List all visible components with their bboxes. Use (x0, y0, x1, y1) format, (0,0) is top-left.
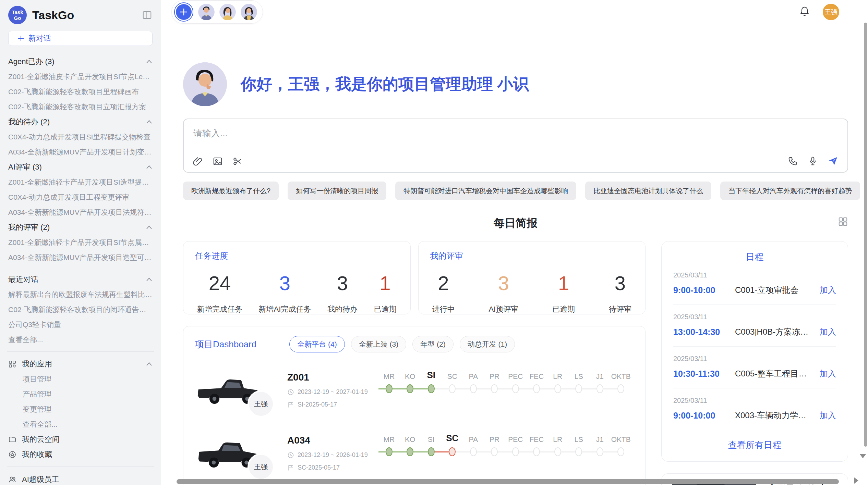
suggestion-chip[interactable]: 如何写一份清晰的项目周报 (288, 182, 386, 200)
milestone[interactable]: SI (421, 429, 442, 458)
sidebar-item[interactable]: 解释最新出台的欧盟报废车法规再生塑料比例被调至15%... (8, 290, 153, 299)
user-avatar[interactable]: 王强 (823, 4, 839, 20)
join-button[interactable]: 加入 (820, 368, 836, 379)
sidebar-item-ai-super-staff[interactable]: AI超级员工 (8, 475, 153, 484)
suggestion-chip[interactable]: 比亚迪全固态电池计划具体说了什么 (585, 182, 711, 200)
agent-avatar-1[interactable] (198, 4, 215, 20)
sidebar-item-favorites[interactable]: 我的收藏 (8, 450, 153, 459)
milestone[interactable]: LR (547, 429, 568, 458)
sidebar-item[interactable]: C02-飞腾新能源轻客改款项目立项汇报方案 (8, 103, 153, 111)
image-icon[interactable] (213, 156, 223, 166)
milestone[interactable]: PA (463, 429, 484, 458)
app-item-product-mgmt[interactable]: 产品管理 (8, 390, 153, 398)
project-row[interactable]: 王强 Z001 2023-12-19 ~ 2027-01-19 (195, 365, 634, 415)
chat-input[interactable] (193, 128, 658, 139)
section-ai-review[interactable]: AI评审 (3) (8, 163, 153, 171)
microphone-icon[interactable] (808, 156, 818, 166)
milestone[interactable]: OKTB (611, 366, 632, 395)
agent-avatar-3[interactable] (241, 4, 257, 20)
milestone[interactable]: PA (463, 366, 484, 395)
sidebar-item[interactable]: Z001-全新燃油皮卡产品开发项目SI节点Lesson Learn报告 (8, 73, 153, 81)
filter-pill[interactable]: 动总开发 (1) (460, 336, 515, 352)
milestone[interactable]: LS (568, 366, 590, 395)
filter-pill[interactable]: 全新平台 (4) (289, 336, 345, 352)
sidebar-item[interactable]: A034-全新新能源MUV产品开发项目计划变更表编写 (8, 148, 153, 156)
chevron-up-icon[interactable] (146, 120, 153, 124)
milestone-dot (428, 384, 435, 393)
topbar-right: 王强 (799, 4, 839, 20)
collapse-sidebar-icon[interactable] (142, 10, 153, 20)
attachment-icon[interactable] (193, 156, 203, 166)
section-recent-chats[interactable]: 最近对话 (8, 275, 153, 284)
event-name: C001-立项审批会 (735, 285, 813, 296)
section-agent-done[interactable]: Agent已办 (3) (8, 58, 153, 66)
scroll-right-arrow[interactable] (854, 477, 858, 484)
milestone[interactable]: PR (484, 366, 505, 395)
app-item-project-mgmt[interactable]: 项目管理 (8, 375, 153, 383)
milestone[interactable]: SC (442, 429, 463, 458)
join-button[interactable]: 加入 (820, 326, 836, 337)
milestone[interactable]: MR (378, 429, 400, 458)
suggestion-chip[interactable]: 特朗普可能对进口汽车增税会对中国车企造成哪些影响 (395, 182, 576, 200)
milestone[interactable]: FEC (526, 366, 547, 395)
chevron-up-icon[interactable] (146, 59, 153, 64)
project-row[interactable]: 王强 A034 2023-12-19 ~ 2026-01-19 (195, 428, 634, 478)
add-agent-button[interactable] (174, 2, 193, 22)
filter-pill[interactable]: 年型 (2) (412, 336, 454, 352)
layout-grid-icon[interactable] (838, 216, 848, 228)
sidebar-item[interactable]: C02-飞腾新能源轻客改款项目里程碑画布 (8, 88, 153, 96)
sidebar-item-cloud-space[interactable]: 我的云空间 (8, 435, 153, 444)
chevron-up-icon[interactable] (146, 277, 153, 282)
section-my-todo[interactable]: 我的待办 (2) (8, 118, 153, 126)
milestone[interactable]: OKTB (611, 429, 632, 458)
horizontal-scrollbar-thumb[interactable] (177, 479, 839, 484)
sidebar-item[interactable]: C0X4-动力总成开发项目SI里程碑提交物检查 (8, 133, 153, 141)
sidebar-item[interactable]: A034-全新新能源MUV产品开发项目法规符合性评审 (8, 208, 153, 216)
phone-icon[interactable] (788, 156, 798, 166)
milestone-label: LR (553, 366, 562, 381)
milestone[interactable]: KO (400, 366, 421, 395)
milestone[interactable]: LS (568, 429, 590, 458)
sidebar-item-my-apps[interactable]: 我的应用 (8, 360, 153, 368)
chevron-up-icon[interactable] (146, 362, 153, 366)
view-all-schedule-link[interactable]: 查看所有日程 (673, 439, 836, 451)
scroll-down-arrow[interactable] (860, 454, 866, 458)
sidebar-item[interactable]: Z001-全新燃油轻卡产品开发项目SI造型提交物评审 (8, 178, 153, 186)
milestone-label: LS (574, 429, 583, 444)
sidebar-item[interactable]: C02-飞腾新能源轻客改款项目的闭环通告反馈情况 (8, 306, 153, 314)
milestone[interactable]: KO (400, 429, 421, 458)
sidebar-item[interactable]: Z001-全新燃油轻卡产品开发项目SI节点属性5D文件评审 (8, 238, 153, 247)
milestone[interactable]: SI (421, 366, 442, 395)
milestone[interactable]: J1 (589, 429, 611, 458)
milestone[interactable]: SC (442, 366, 463, 395)
sidebar-item[interactable]: A034-全新新能源MUV产品开发项目造型可行性评审 (8, 253, 153, 262)
filter-pill[interactable]: 全新上装 (3) (351, 336, 407, 352)
view-all-chats[interactable]: 查看全部... (8, 336, 153, 344)
milestone[interactable]: MR (378, 366, 400, 395)
suggestion-chip[interactable]: 当下年轻人对汽车外观有怎样的喜好趋势 (720, 182, 860, 200)
vertical-scrollbar-thumb[interactable] (864, 23, 867, 447)
milestone[interactable]: LR (547, 366, 568, 395)
sidebar-item[interactable]: C0X4-动力总成开发项目工程变更评审 (8, 193, 153, 201)
section-my-review[interactable]: 我的评审 (2) (8, 223, 153, 232)
milestone[interactable]: PR (484, 429, 505, 458)
milestone[interactable]: FEC (526, 429, 547, 458)
join-button[interactable]: 加入 (820, 410, 836, 421)
agent-avatar-2[interactable] (219, 4, 236, 20)
new-chat-button[interactable]: 新对话 (8, 31, 153, 46)
chevron-up-icon[interactable] (146, 225, 153, 230)
project-info: A034 2023-12-19 ~ 2026-01-19 SC-2 (287, 435, 374, 471)
join-button[interactable]: 加入 (820, 285, 836, 296)
send-icon[interactable] (828, 156, 839, 166)
suggestion-chip[interactable]: 欧洲新规最近颁布了什么? (183, 182, 279, 200)
chevron-up-icon[interactable] (146, 165, 153, 170)
notification-bell-icon[interactable] (799, 6, 810, 18)
milestone[interactable]: PEC (505, 366, 526, 395)
app-item-change-mgmt[interactable]: 变更管理 (8, 405, 153, 413)
scissors-icon[interactable] (232, 156, 243, 166)
sidebar-item[interactable]: 公司Q3轻卡销量 (8, 321, 153, 329)
milestone-label: MR (383, 429, 395, 444)
view-all-apps[interactable]: 查看全部... (8, 420, 153, 428)
milestone[interactable]: J1 (589, 366, 611, 395)
milestone[interactable]: PEC (505, 429, 526, 458)
